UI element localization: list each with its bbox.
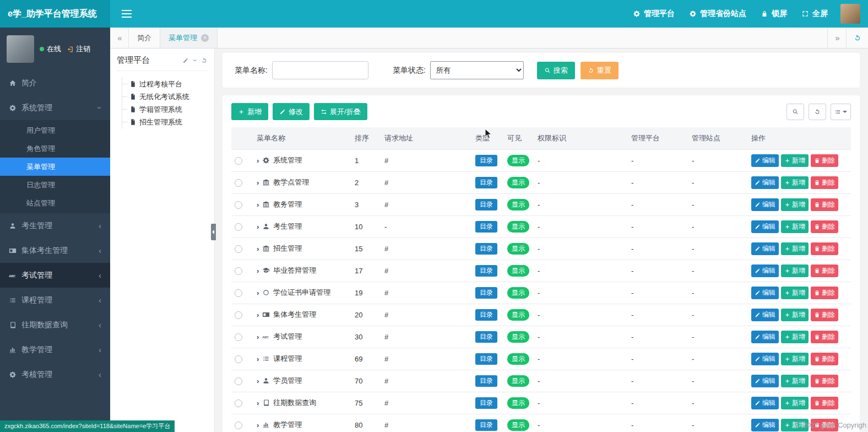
row-radio[interactable] (235, 399, 242, 407)
row-radio[interactable] (235, 267, 242, 275)
search-button[interactable]: 搜索 (537, 62, 575, 79)
sidebar-item-group-examinee[interactable]: 集体考生管理 ‹ (0, 238, 110, 263)
edit-button[interactable]: 编辑 (751, 419, 779, 431)
sidebar-item-system[interactable]: 系统管理 › (0, 95, 110, 120)
row-radio[interactable] (235, 223, 242, 231)
manage-province-sites-button[interactable]: 管理省份站点 (682, 0, 753, 28)
tree-collapse-button[interactable]: › (191, 59, 199, 61)
sidebar-item-course[interactable]: 课程管理 ‹ (0, 288, 110, 312)
chevron-right-icon[interactable]: › (257, 156, 259, 165)
edit-button[interactable]: 编辑 (751, 242, 779, 255)
sidebar-item-sites[interactable]: 站点管理 (0, 194, 110, 212)
edit-button[interactable]: 编辑 (751, 154, 779, 167)
add-button[interactable]: 新增 (781, 242, 809, 255)
chevron-right-icon[interactable]: › (257, 377, 259, 385)
expand-collapse-button[interactable]: 展开/折叠 (314, 103, 367, 120)
sidebar-item-users[interactable]: 用户管理 (0, 121, 110, 139)
edit-button[interactable]: 编辑 (751, 397, 779, 409)
logout-button[interactable]: 注销 (67, 44, 90, 54)
sidebar-item-assessment[interactable]: 考核管理 ‹ (0, 362, 110, 387)
row-radio[interactable] (235, 201, 242, 209)
delete-button[interactable]: 删除 (811, 375, 838, 387)
delete-button[interactable]: 删除 (811, 242, 838, 255)
row-radio[interactable] (235, 289, 242, 297)
tree-edit-button[interactable] (182, 57, 189, 64)
add-button[interactable]: 新增 (781, 331, 809, 343)
sidebar-item-logs[interactable]: 日志管理 (0, 176, 110, 194)
delete-button[interactable]: 删除 (811, 397, 838, 409)
row-radio[interactable] (235, 377, 242, 385)
delete-button[interactable]: 删除 (811, 264, 838, 277)
delete-button[interactable]: 删除 (811, 331, 838, 343)
edit-button[interactable]: 编辑 (751, 176, 779, 189)
delete-button[interactable]: 删除 (811, 176, 838, 189)
edit-button[interactable]: 编辑 (751, 353, 779, 365)
sidebar-item-exam[interactable]: 考试管理 ‹ (0, 263, 110, 288)
row-radio[interactable] (235, 179, 242, 187)
chevron-right-icon[interactable]: › (257, 245, 259, 253)
chevron-right-icon[interactable]: › (257, 179, 259, 187)
add-button[interactable]: 新增 (781, 309, 809, 321)
tab-intro[interactable]: 简介 (129, 28, 160, 48)
add-button[interactable]: 新增 (781, 176, 809, 189)
add-button[interactable]: 新增 (781, 287, 809, 299)
delete-button[interactable]: 删除 (811, 198, 838, 211)
sidebar-item-history-data[interactable]: 往期数据查询 ‹ (0, 312, 110, 337)
lock-screen-button[interactable]: 锁屏 (753, 0, 794, 28)
add-button[interactable]: 新增 (781, 220, 809, 233)
sidebar-item-menus[interactable]: 菜单管理 (0, 158, 110, 176)
chevron-right-icon[interactable]: › (257, 333, 259, 341)
table-search-toggle-button[interactable] (786, 104, 804, 120)
row-radio[interactable] (235, 245, 242, 253)
user-avatar[interactable] (840, 4, 860, 24)
edit-button[interactable]: 编辑 (751, 287, 779, 299)
tree-item-student-record[interactable]: 学籍管理系统 (122, 103, 208, 116)
tree-refresh-button[interactable] (201, 57, 208, 64)
chevron-right-icon[interactable]: › (257, 223, 259, 231)
edit-button[interactable]: 编辑 (751, 309, 779, 321)
tab-refresh-button[interactable] (846, 28, 868, 48)
panel-collapse-handle[interactable] (211, 224, 216, 240)
delete-button[interactable]: 删除 (811, 309, 838, 321)
row-radio[interactable] (235, 333, 242, 341)
add-button[interactable]: 新增 (781, 397, 809, 409)
edit-button[interactable]: 编辑 (751, 198, 779, 211)
add-button[interactable]: 新增 (781, 154, 809, 167)
tree-item-enrollment[interactable]: 招生管理系统 (122, 116, 208, 128)
sidebar-item-examinee[interactable]: 考生管理 ‹ (0, 213, 110, 238)
delete-button[interactable]: 删除 (811, 154, 838, 167)
add-button[interactable]: 新增 (781, 198, 809, 211)
tree-item-process-assessment[interactable]: 过程考核平台 (122, 78, 208, 90)
row-radio[interactable] (235, 311, 242, 319)
sidebar-toggle-button[interactable] (110, 0, 143, 28)
chevron-right-icon[interactable]: › (257, 201, 259, 209)
edit-button[interactable]: 编辑 (751, 375, 779, 387)
menu-status-select[interactable]: 所有 (430, 61, 524, 79)
delete-button[interactable]: 删除 (811, 287, 838, 299)
delete-button[interactable]: 删除 (811, 353, 838, 365)
chevron-right-icon[interactable]: › (257, 355, 259, 363)
chevron-right-icon[interactable]: › (257, 311, 259, 319)
add-button[interactable]: 新增 (781, 264, 809, 277)
edit-button[interactable]: 编辑 (751, 331, 779, 343)
row-radio[interactable] (235, 422, 242, 429)
table-columns-button[interactable] (831, 104, 851, 120)
delete-button[interactable]: 删除 (811, 220, 838, 233)
chevron-right-icon[interactable]: › (257, 399, 259, 407)
row-radio[interactable] (235, 157, 242, 165)
edit-menu-button[interactable]: 修改 (273, 103, 310, 120)
row-radio[interactable] (235, 355, 242, 363)
edit-button[interactable]: 编辑 (751, 264, 779, 277)
fullscreen-button[interactable]: 全屏 (794, 0, 835, 28)
tabs-scroll-left-button[interactable]: « (110, 28, 129, 48)
sidebar-item-teaching[interactable]: 教学管理 ‹ (0, 337, 110, 362)
menu-name-input[interactable] (272, 61, 368, 79)
manage-platform-button[interactable]: 管理平台 (626, 0, 682, 28)
reset-button[interactable]: 重置 (581, 62, 619, 79)
edit-button[interactable]: 编辑 (751, 220, 779, 233)
table-refresh-button[interactable] (809, 104, 826, 120)
add-menu-button[interactable]: 新增 (231, 103, 268, 120)
tree-item-paperless-exam[interactable]: 无纸化考试系统 (122, 90, 208, 103)
tab-close-icon[interactable]: × (201, 34, 209, 42)
chevron-right-icon[interactable]: › (257, 421, 259, 429)
